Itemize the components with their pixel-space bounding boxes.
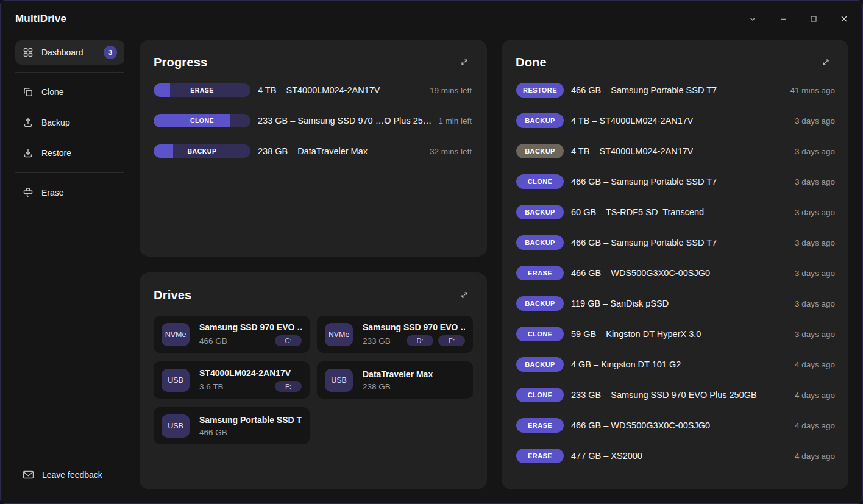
operation-badge: CLONE [516, 327, 564, 341]
drive-type-badge: USB [162, 414, 190, 438]
drive-card[interactable]: USB Samsung Portable SSD T7 466 GB [154, 407, 310, 444]
progress-list: ERASE 4 TB – ST4000LM024-2AN17V 19 mins … [140, 75, 487, 166]
drive-name: Samsung SSD 970 EVO … [199, 322, 302, 332]
drive-label: 4 GB – Kingston DT 101 G2 [571, 360, 681, 369]
progress-panel: Progress ERASE 4 TB – ST4000LM024-2AN17V… [140, 40, 487, 257]
time-ago-label: 3 days ago [789, 299, 835, 308]
operation-badge: BACKUP [516, 357, 564, 372]
drive-label: 466 GB – WDS500G3X0C-00SJG0 [571, 268, 710, 278]
drive-name: ST4000LM024-2AN17V [199, 368, 302, 378]
time-ago-label: 4 days ago [789, 421, 835, 430]
drive-capacity: 466 GB [199, 428, 227, 437]
operation-badge: BACKUP [516, 205, 564, 219]
drive-label: 477 GB – XS2000 [571, 451, 642, 461]
minimize-icon[interactable] [778, 14, 788, 24]
operation-badge: RESTORE [516, 83, 564, 98]
sidebar-item-badge: 3 [104, 46, 117, 59]
done-row: BACKUP 4 GB – Kingston DT 101 G2 4 days … [502, 349, 848, 380]
sidebar-item[interactable]: Backup [15, 110, 124, 135]
operation-label: CLONE [154, 114, 250, 127]
sidebar: Dashboard 3 Clone Backup Restore [15, 40, 124, 211]
progress-bar: ERASE [154, 83, 250, 97]
drive-letter-chip: D: [407, 335, 433, 346]
maximize-icon[interactable] [809, 14, 819, 24]
sidebar-item[interactable]: Clone [15, 80, 124, 104]
done-row: CLONE 233 GB – Samsung SSD 970 EVO Plus … [502, 380, 848, 410]
drive-card[interactable]: NVMe Samsung SSD 970 EVO … 233 GB D:E: [317, 316, 473, 353]
drive-name: Samsung SSD 970 EVO … [363, 322, 465, 332]
drive-capacity: 238 GB [363, 382, 391, 391]
drive-label: 466 GB – Samsung Portable SSD T7 [571, 238, 717, 247]
done-panel: Done RESTORE 466 GB – Samsung Portable S… [502, 40, 848, 489]
dashboard-icon [23, 47, 34, 58]
clone-icon [23, 87, 34, 98]
drive-label: 238 GB – DataTraveler Max [258, 146, 368, 156]
drive-letter-chip: C: [275, 335, 302, 346]
operation-label: ERASE [154, 83, 250, 97]
drive-name: DataTraveler Max [363, 369, 465, 379]
drives-title: Drives [154, 288, 191, 302]
operation-label: BACKUP [154, 144, 250, 158]
sidebar-item[interactable]: Erase [15, 180, 124, 205]
sidebar-item[interactable]: Dashboard 3 [15, 40, 124, 65]
drive-letter-list: F: [275, 381, 302, 392]
expand-icon[interactable] [456, 287, 472, 303]
drive-label: 4 TB – ST4000LM024-2AN17V [571, 146, 693, 156]
sidebar-item[interactable]: Restore [15, 141, 124, 165]
window-controls [748, 14, 849, 24]
drive-label: 60 GB – TS-RDF5 SD Transcend [571, 207, 704, 217]
operation-badge: BACKUP [516, 235, 564, 250]
time-ago-label: 4 days ago [789, 452, 835, 461]
drive-letter-chip: E: [438, 335, 465, 346]
done-row: RESTORE 466 GB – Samsung Portable SSD T7… [502, 75, 848, 105]
drive-type-badge: NVMe [325, 323, 353, 346]
drive-capacity: 466 GB [199, 336, 227, 346]
drive-letter-list: C: [275, 335, 302, 346]
time-ago-label: 3 days ago [789, 116, 835, 126]
progress-row: ERASE 4 TB – ST4000LM024-2AN17V 19 mins … [140, 75, 487, 105]
chevron-down-icon[interactable] [748, 14, 758, 24]
operation-badge: CLONE [516, 388, 564, 402]
done-row: ERASE 466 GB – WDS500G3X0C-00SJG0 4 days… [502, 410, 848, 441]
operation-badge: ERASE [516, 449, 564, 463]
sidebar-item-label: Dashboard [41, 48, 104, 57]
operation-badge: BACKUP [516, 113, 564, 128]
operation-badge: BACKUP [516, 144, 564, 158]
operation-badge: ERASE [516, 266, 564, 280]
leave-feedback-label: Leave feedback [42, 470, 102, 480]
done-row: BACKUP 4 TB – ST4000LM024-2AN17V 3 days … [502, 105, 848, 136]
progress-title: Progress [154, 55, 207, 69]
progress-row: CLONE 233 GB – Samsung SSD 970 …O Plus 2… [140, 105, 487, 136]
time-ago-label: 4 days ago [789, 391, 835, 400]
drive-label: 4 TB – ST4000LM024-2AN17V [258, 85, 380, 95]
time-ago-label: 41 mins ago [784, 86, 835, 95]
drive-label: 119 GB – SanDisk pSSD [571, 299, 669, 308]
time-ago-label: 3 days ago [789, 147, 835, 156]
drive-type-badge: NVMe [162, 323, 190, 346]
drive-label: 466 GB – Samsung Portable SSD T7 [571, 85, 717, 95]
drive-label: 466 GB – Samsung Portable SSD T7 [571, 177, 717, 186]
drive-label: 4 TB – ST4000LM024-2AN17V [571, 116, 693, 126]
time-ago-label: 3 days ago [789, 177, 835, 186]
close-icon[interactable] [839, 14, 849, 24]
progress-bar: BACKUP [154, 144, 250, 158]
expand-icon[interactable] [818, 54, 834, 70]
done-title: Done [516, 55, 547, 69]
drive-card[interactable]: USB DataTraveler Max 238 GB [317, 361, 473, 399]
time-ago-label: 3 days ago [789, 269, 835, 278]
drive-type-badge: USB [162, 369, 190, 392]
erase-icon [23, 187, 34, 198]
time-left-label: 19 mins left [424, 86, 472, 95]
leave-feedback-button[interactable]: Leave feedback [23, 470, 102, 480]
expand-icon[interactable] [456, 54, 472, 70]
envelope-icon [23, 470, 34, 480]
drive-card[interactable]: NVMe Samsung SSD 970 EVO … 466 GB C: [154, 316, 310, 353]
time-left-label: 32 mins left [424, 147, 472, 156]
restore-icon [23, 147, 34, 158]
drive-label: 233 GB – Samsung SSD 970 EVO Plus 250GB [571, 390, 757, 400]
sidebar-item-label: Backup [41, 118, 117, 127]
time-ago-label: 4 days ago [789, 360, 835, 369]
drive-card[interactable]: USB ST4000LM024-2AN17V 3.6 TB F: [154, 361, 310, 399]
done-row: CLONE 466 GB – Samsung Portable SSD T7 3… [502, 166, 848, 197]
operation-badge: CLONE [516, 174, 564, 189]
